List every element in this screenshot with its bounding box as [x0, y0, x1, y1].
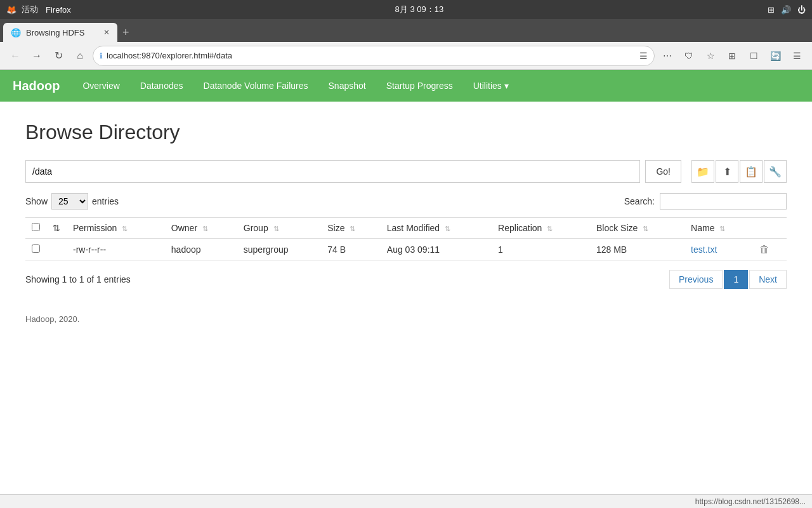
owner-header[interactable]: Owner ⇅	[165, 218, 237, 239]
select-all-header[interactable]	[25, 218, 46, 239]
path-input[interactable]	[25, 160, 640, 183]
app-icon: 🦊	[6, 5, 16, 15]
name-header[interactable]: Name ⇅	[684, 218, 753, 239]
table-row: -rw-r--r-- hadoop supergroup 74 B Aug 03…	[25, 239, 787, 261]
last-modified-sort-icon: ⇅	[445, 225, 450, 233]
table-body: -rw-r--r-- hadoop supergroup 74 B Aug 03…	[25, 239, 787, 261]
open-folder-button[interactable]: 📁	[691, 160, 714, 183]
tab-favicon: 🌐	[11, 28, 21, 37]
owner-sort-icon: ⇅	[202, 225, 208, 233]
browser-titlebar: 🦊 活动 Firefox 8月 3 09：13 ⊞ 🔊 ⏻	[0, 0, 812, 19]
main-content: Browse Directory Go! 📁 ⬆ 📋 🔧 Show 10 25 …	[0, 102, 812, 356]
nav-utilities[interactable]: Utilities ▾	[463, 72, 519, 100]
table-header-row: ⇅ Permission ⇅ Owner ⇅ Group ⇅ Size ⇅	[25, 218, 787, 239]
back-button[interactable]: ←	[6, 47, 24, 65]
reload-button[interactable]: ↻	[49, 47, 67, 65]
block-size-sort-icon: ⇅	[643, 225, 648, 233]
address-bar-input[interactable]	[107, 51, 636, 60]
utilities-label: Utilities	[473, 81, 502, 91]
replication-label: Replication	[498, 223, 542, 233]
collections-button[interactable]: ⊞	[723, 47, 741, 65]
upload-button[interactable]: ⬆	[716, 160, 738, 183]
row-checkbox-cell[interactable]	[25, 239, 46, 261]
path-bar: Go! 📁 ⬆ 📋 🔧	[25, 160, 787, 183]
permission-cell: -rw-r--r--	[67, 239, 165, 261]
datetime: 8月 3 09：13	[395, 4, 444, 15]
nav-startup-progress[interactable]: Startup Progress	[376, 72, 463, 100]
select-all-checkbox[interactable]	[32, 223, 40, 231]
delete-icon[interactable]: 🗑	[759, 244, 769, 255]
size-header[interactable]: Size ⇅	[321, 218, 381, 239]
row-checkbox[interactable]	[32, 244, 40, 253]
group-label: Group	[244, 223, 268, 233]
home-button[interactable]: ⌂	[71, 47, 89, 65]
block-size-cell: 128 MB	[590, 239, 684, 261]
browser-tab[interactable]: 🌐 Browsing HDFS ✕	[3, 23, 117, 42]
entries-select[interactable]: 10 25 50 100	[51, 193, 88, 210]
hadoop-brand: Hadoop	[13, 79, 60, 93]
delete-cell[interactable]: 🗑	[753, 239, 787, 261]
permission-header[interactable]: Permission ⇅	[67, 218, 165, 239]
block-size-label: Block Size	[596, 223, 638, 233]
owner-label: Owner	[171, 223, 197, 233]
name-label: Name	[691, 223, 714, 233]
sidebar-button[interactable]: ☐	[745, 47, 763, 65]
search-input[interactable]	[660, 193, 787, 210]
power-icon: ⏻	[797, 5, 806, 15]
last-modified-cell: Aug 03 09:11	[381, 239, 492, 261]
replication-cell: 1	[492, 239, 590, 261]
tab-title: Browsing HDFS	[26, 28, 84, 37]
shield-button[interactable]: 🛡	[680, 47, 698, 65]
group-header[interactable]: Group ⇅	[237, 218, 321, 239]
bookmark-button[interactable]: ☆	[702, 47, 719, 65]
nav-datanode-volume-failures[interactable]: Datanode Volume Failures	[193, 72, 318, 100]
settings-button[interactable]: 🔧	[764, 160, 787, 183]
permission-sort-icon: ⇅	[122, 225, 128, 233]
more-tools-button[interactable]: ⋯	[658, 47, 676, 65]
footer-text: Hadoop, 2020.	[25, 314, 79, 324]
new-tab-button[interactable]: +	[117, 23, 134, 42]
size-cell: 74 B	[321, 239, 381, 261]
forward-button[interactable]: →	[28, 47, 46, 65]
go-button[interactable]: Go!	[645, 160, 681, 183]
previous-button[interactable]: Previous	[669, 270, 723, 289]
block-size-header[interactable]: Block Size ⇅	[590, 218, 684, 239]
group-sort-icon: ⇅	[273, 225, 279, 233]
hadoop-navbar: Hadoop Overview Datanodes Datanode Volum…	[0, 70, 812, 102]
titlebar-right: ⊞ 🔊 ⏻	[768, 5, 806, 15]
replication-sort-icon: ⇅	[547, 225, 553, 233]
titlebar-left: 🦊 活动 Firefox	[6, 4, 71, 15]
sort-icon-header[interactable]: ⇅	[46, 218, 67, 239]
name-cell[interactable]: test.txt	[684, 239, 753, 261]
app-label: 活动	[22, 4, 38, 15]
nav-snapshot[interactable]: Snapshot	[318, 72, 376, 100]
row-empty-cell	[46, 239, 67, 261]
group-cell: supergroup	[237, 239, 321, 261]
reader-icon[interactable]: ☰	[639, 51, 648, 61]
last-modified-label: Last Modified	[387, 223, 440, 233]
sync-button[interactable]: 🔄	[766, 47, 784, 65]
permission-label: Permission	[73, 223, 117, 233]
pagination-area: Showing 1 to 1 of 1 entries Previous 1 N…	[25, 270, 787, 289]
replication-header[interactable]: Replication ⇅	[492, 218, 590, 239]
page-1-button[interactable]: 1	[724, 270, 748, 289]
table-controls: Show 10 25 50 100 entries Search:	[25, 193, 787, 210]
show-entries: Show 10 25 50 100 entries	[25, 193, 119, 210]
search-label: Search:	[624, 196, 655, 206]
list-view-button[interactable]: 📋	[740, 160, 763, 183]
nav-overview[interactable]: Overview	[72, 72, 129, 100]
security-icon: ℹ	[100, 51, 103, 60]
last-modified-header[interactable]: Last Modified ⇅	[381, 218, 492, 239]
show-label: Show	[25, 196, 48, 206]
next-button[interactable]: Next	[749, 270, 787, 289]
utilities-dropdown-icon: ▾	[504, 81, 509, 91]
path-actions: 📁 ⬆ 📋 🔧	[691, 160, 787, 183]
volume-icon: 🔊	[781, 5, 791, 15]
nav-datanodes[interactable]: Datanodes	[130, 72, 193, 100]
pagination: Previous 1 Next	[669, 270, 787, 289]
file-link[interactable]: test.txt	[691, 244, 717, 255]
browser-tabbar: 🌐 Browsing HDFS ✕ +	[0, 19, 812, 42]
menu-button[interactable]: ☰	[788, 47, 806, 65]
tab-close-button[interactable]: ✕	[103, 28, 110, 37]
showing-text: Showing 1 to 1 of 1 entries	[25, 274, 131, 284]
